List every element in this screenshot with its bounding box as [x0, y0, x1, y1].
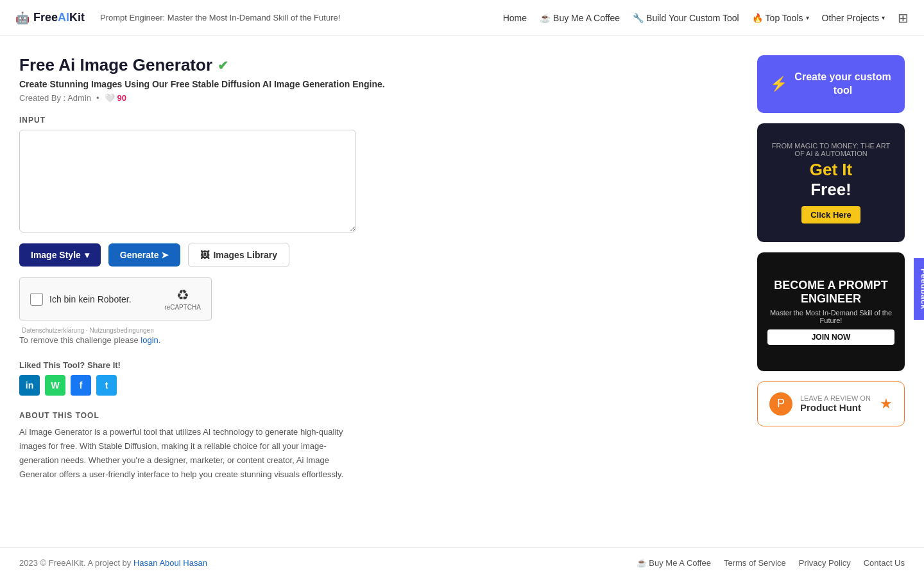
ph-star-icon: ★ [880, 396, 893, 412]
footer-links: ☕ Buy Me A Coffee Terms of Service Priva… [637, 558, 905, 568]
content-area: Free Ai Image Generator ✔ Create Stunnin… [19, 55, 738, 547]
footer-privacy[interactable]: Privacy Policy [799, 558, 851, 568]
about-text: Ai Image Generator is a powerful tool th… [19, 425, 353, 482]
share-twitter[interactable]: t [96, 375, 117, 396]
captcha-footer: Datenschutzerklärung · Nutzungsbedingung… [19, 326, 738, 335]
share-title: Liked This Tool? Share It! [19, 360, 738, 370]
created-by: Created By : Admin [19, 93, 91, 103]
bolt-icon: ⚡ [770, 75, 787, 94]
recaptcha-logo: ♻ [176, 287, 189, 304]
product-hunt-icon: P [769, 392, 792, 416]
likes-count: 🤍 90 [105, 93, 126, 103]
login-icon[interactable]: ⊞ [898, 10, 909, 26]
nav-top-tools[interactable]: 🔥 Top Tools ▾ [752, 13, 809, 23]
prompt-input[interactable] [19, 130, 356, 232]
sidebar: ⚡ Create your custom tool FROM MAGIC TO … [757, 55, 905, 547]
generate-button[interactable]: Generate ➤ [108, 243, 181, 267]
nav-home[interactable]: Home [503, 13, 527, 23]
ad-free: Free! [767, 180, 894, 200]
verified-icon: ✔ [218, 58, 228, 73]
ad2-join-btn[interactable]: JOIN NOW [767, 329, 894, 345]
ad2-sub: Master the Most In-Demand Skill of the F… [767, 309, 894, 324]
about-title: ABOUT THIS TOOL [19, 411, 738, 420]
sidebar-ad-free[interactable]: FROM MAGIC TO MONEY: THE ART OF AI & AUT… [757, 123, 905, 242]
images-library-button[interactable]: 🖼 Images Library [188, 243, 289, 267]
captcha-text: Ich bin kein Roboter. [49, 294, 132, 304]
footer-copyright: 2023 © FreeAIKit. A project by Hasan Abo… [19, 558, 207, 568]
footer-terms[interactable]: Terms of Service [724, 558, 786, 568]
page-title: Free Ai Image Generator ✔ [19, 55, 738, 75]
create-custom-tool-button[interactable]: ⚡ Create your custom tool [757, 55, 905, 113]
sidebar-ad-prompt-engineer[interactable]: BECOME A PROMPT ENGINEER Master the Most… [757, 252, 905, 371]
nav-build-tool[interactable]: 🔧 Build Your Custom Tool [633, 13, 739, 23]
logo-text: FreeAIKit [33, 11, 85, 24]
meta-info: Created By : Admin • 🤍 90 [19, 93, 738, 103]
captcha-checkbox[interactable] [30, 293, 43, 306]
nav-other-projects[interactable]: Other Projects ▾ [822, 13, 885, 23]
input-label: INPUT [19, 116, 738, 125]
footer-buy-coffee[interactable]: ☕ Buy Me A Coffee [637, 558, 711, 568]
nav-links: Home ☕ Buy Me A Coffee 🔧 Build Your Cust… [503, 10, 909, 26]
ph-name: Product Hunt [800, 402, 872, 413]
recaptcha-brand: reCAPTCHA [164, 304, 201, 311]
ad-click-here[interactable]: Click Here [801, 206, 860, 223]
login-link[interactable]: login. [141, 335, 160, 345]
ad2-title: BECOME A PROMPT ENGINEER [767, 279, 894, 306]
captcha-widget[interactable]: Ich bin kein Roboter. ♻ reCAPTCHA [19, 277, 212, 320]
image-style-button[interactable]: Image Style ▾ [19, 243, 101, 267]
logo-icon: 🤖 [15, 11, 30, 25]
share-whatsapp[interactable]: W [45, 375, 65, 396]
feedback-tab[interactable]: Feedback [914, 258, 925, 320]
share-buttons: in W f t [19, 375, 738, 396]
ad-from-magic: FROM MAGIC TO MONEY: THE ART OF AI & AUT… [767, 142, 894, 157]
footer: 2023 © FreeAIKit. A project by Hasan Abo… [0, 547, 924, 578]
nav-buy-coffee[interactable]: ☕ Buy Me A Coffee [540, 13, 620, 23]
remove-challenge-text: To remove this challenge please login. [19, 335, 738, 345]
ad-get-it: Get It [767, 160, 894, 180]
footer-author-link[interactable]: Hasan Aboul Hasan [133, 558, 207, 568]
page-subtitle: Create Stunning Images Using Our Free St… [19, 79, 738, 89]
share-linkedin[interactable]: in [19, 375, 40, 396]
share-facebook[interactable]: f [71, 375, 91, 396]
site-logo[interactable]: 🤖 FreeAIKit [15, 11, 85, 25]
action-buttons: Image Style ▾ Generate ➤ 🖼 Images Librar… [19, 243, 738, 267]
nav-tagline: Prompt Engineer: Master the Most In-Dema… [100, 13, 503, 22]
product-hunt-banner[interactable]: P LEAVE A REVIEW ON Product Hunt ★ [757, 381, 905, 426]
ph-leave-text: LEAVE A REVIEW ON [800, 394, 872, 402]
footer-contact[interactable]: Contact Us [864, 558, 905, 568]
main-wrap: Free Ai Image Generator ✔ Create Stunnin… [0, 36, 924, 547]
navbar: 🤖 FreeAIKit Prompt Engineer: Master the … [0, 0, 924, 36]
